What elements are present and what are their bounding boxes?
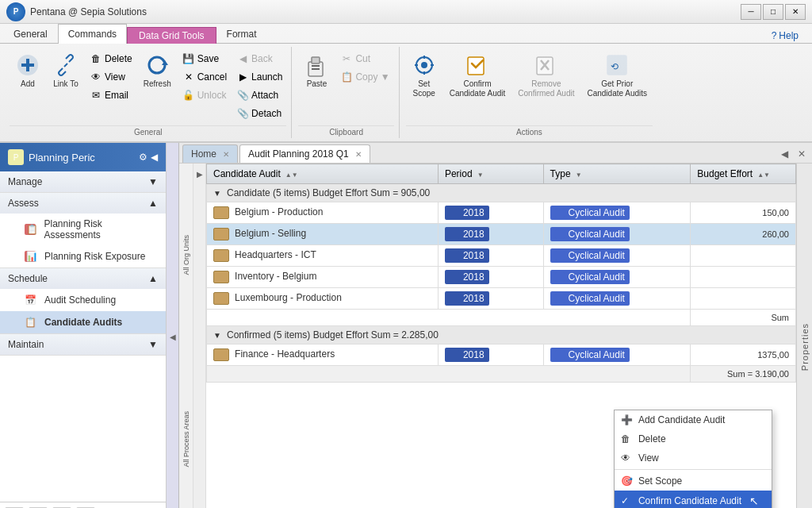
type-badge: Cyclical Audit: [550, 206, 630, 220]
table-row[interactable]: Inventory - Belgium 2018: [207, 267, 796, 288]
period-sort-icon: ▼: [477, 171, 484, 179]
audit-planning-tab-close[interactable]: ✕: [355, 150, 362, 159]
sidebar-item-planning-risk-assessments[interactable]: 📋 Planning Risk Assessments: [0, 214, 166, 245]
col-type[interactable]: Type ▼: [543, 164, 691, 184]
sidebar-collapse-icon[interactable]: ◀: [151, 152, 158, 163]
manage-section-header[interactable]: Manage ▼: [0, 171, 166, 192]
row-budget: [691, 267, 796, 288]
audit-scheduling-icon: 📅: [22, 294, 38, 306]
toggle-icon: ◀: [170, 333, 176, 341]
view-label: View: [105, 71, 125, 83]
minimize-button[interactable]: ─: [741, 4, 761, 20]
sidebar-settings-icon[interactable]: ⚙: [139, 152, 147, 163]
schedule-section-header[interactable]: Schedule ▲: [0, 268, 166, 289]
all-process-areas-label: All Process Areas: [179, 348, 193, 509]
budget-sort-icon: ▲▼: [757, 171, 770, 179]
back-button[interactable]: ◀ Back: [232, 50, 286, 67]
group-row-confirmed[interactable]: ▼ Confirmed (5 items) Budget Effort Sum …: [207, 326, 796, 344]
grid-table: Candidate Audit ▲▼ Period ▼ Type ▼: [206, 164, 796, 383]
group-row-candidate[interactable]: ▼ Candidate (5 items) Budget Effort Sum …: [207, 184, 796, 202]
col-period[interactable]: Period ▼: [438, 164, 543, 184]
tab-close-all[interactable]: ✕: [795, 148, 809, 160]
ctx-add-candidate-audit[interactable]: ➕ Add Candidate Audit: [615, 410, 772, 429]
row-audit-icon: [213, 249, 229, 262]
tab-audit-planning[interactable]: Audit Planning 2018 Q1 ✕: [239, 144, 370, 163]
refresh-label: Refresh: [144, 79, 171, 89]
row-expand-panel[interactable]: ▶: [193, 164, 206, 508]
table-row[interactable]: Headquarters - ICT 2018: [207, 245, 796, 267]
total-sum-value: Sum = 3.190,00: [691, 366, 796, 383]
ctx-view[interactable]: 👁 View: [615, 448, 772, 468]
table-row[interactable]: Luxembourg - Production 2018: [207, 288, 796, 310]
group-collapse-icon[interactable]: ▼: [213, 331, 221, 340]
ribbon-tabs: General Commands Data Grid Tools Format …: [0, 24, 812, 44]
svg-point-10: [421, 62, 427, 68]
sidebar-item-candidate-audits[interactable]: 📋 Candidate Audits: [0, 311, 166, 333]
period-badge: 2018: [445, 227, 489, 241]
ribbon-group-actions: SetScope ConfirmCandidate Audit RemoveCo…: [401, 47, 657, 138]
launch-button[interactable]: ▶ Launch: [232, 68, 286, 86]
tab-scroll-left[interactable]: ◀: [778, 148, 791, 160]
home-tab-close[interactable]: ✕: [223, 150, 229, 159]
sidebar-toggle[interactable]: ◀: [167, 143, 179, 508]
maximize-button[interactable]: □: [763, 4, 783, 20]
ctx-confirm-candidate-audit[interactable]: ✓ Confirm Candidate Audit ↖: [615, 491, 772, 508]
copy-button[interactable]: 📋 Copy ▼: [336, 68, 393, 86]
row-period: 2018: [438, 267, 543, 288]
get-prior-button[interactable]: ⟲ Get PriorCandidate Audits: [581, 48, 653, 102]
tab-home[interactable]: Home ✕: [182, 144, 238, 163]
tab-format[interactable]: Format: [216, 24, 267, 44]
save-button[interactable]: 💾 Save: [178, 50, 231, 67]
table-row[interactable]: Finance - Headquarters 2018: [207, 344, 796, 366]
link-to-button[interactable]: Link To: [48, 48, 84, 93]
row-audit-icon: [213, 348, 229, 361]
confirm-icon: [465, 52, 490, 78]
email-button[interactable]: ✉ Email: [86, 87, 136, 104]
sidebar-item-planning-risk-exposure[interactable]: 📊 Planning Risk Exposure: [0, 245, 166, 267]
confirm-candidate-audit-button[interactable]: ConfirmCandidate Audit: [444, 48, 511, 102]
refresh-button[interactable]: Refresh: [138, 48, 177, 93]
help-icon: ?: [772, 30, 777, 41]
help-button[interactable]: ? Help: [764, 27, 806, 44]
row-budget: 260,00: [691, 224, 796, 245]
add-button[interactable]: Add: [10, 48, 46, 93]
cancel-button[interactable]: ✕ Cancel: [178, 68, 231, 86]
remove-confirmed-audit-button[interactable]: RemoveConfirmed Audit: [512, 48, 580, 102]
paste-button[interactable]: Paste: [298, 48, 335, 93]
view-icon: 👁: [90, 71, 102, 83]
table-row[interactable]: Belgium - Selling 2018: [207, 224, 796, 245]
properties-panel[interactable]: Properties: [796, 164, 812, 508]
group-collapse-icon[interactable]: ▼: [213, 189, 221, 198]
maintain-section-header[interactable]: Maintain ▼: [0, 334, 166, 355]
tab-commands[interactable]: Commands: [58, 24, 127, 44]
cut-button[interactable]: ✂ Cut: [336, 50, 393, 67]
row-candidate-audit: Belgium - Selling: [207, 224, 439, 245]
delete-button[interactable]: 🗑 Delete: [86, 50, 136, 67]
tab-datagridtools[interactable]: Data Grid Tools: [127, 27, 216, 44]
link-to-label: Link To: [53, 79, 79, 89]
set-scope-button[interactable]: SetScope: [406, 48, 442, 102]
sidebar-item-audit-scheduling[interactable]: 📅 Audit Scheduling: [0, 289, 166, 311]
assess-section-header[interactable]: Assess ▲: [0, 193, 166, 214]
detach-button[interactable]: 📎 Detach: [232, 105, 286, 122]
view-button[interactable]: 👁 View: [86, 68, 136, 86]
remove-label: RemoveConfirmed Audit: [518, 79, 574, 98]
ctx-set-scope[interactable]: 🎯 Set Scope: [615, 471, 772, 491]
table-row[interactable]: Belgium - Production 2018: [207, 202, 796, 224]
row-period: 2018: [438, 288, 543, 310]
grid-header-row: Candidate Audit ▲▼ Period ▼ Type ▼: [207, 164, 796, 184]
ribbon-content: Add Link To 🗑 Delete 👁 View: [0, 44, 812, 141]
unlock-button[interactable]: 🔓 Unlock: [178, 87, 231, 104]
delete-icon: 🗑: [90, 52, 102, 65]
row-type: Cyclical Audit: [543, 245, 691, 267]
title-bar-left: P Pentana @ Sepia Solutions: [6, 2, 147, 21]
maintain-chevron: ▼: [148, 339, 158, 350]
col-candidate-audit[interactable]: Candidate Audit ▲▼: [207, 164, 439, 184]
attach-button[interactable]: 📎 Attach: [232, 87, 286, 104]
general-buttons: Add Link To 🗑 Delete 👁 View: [10, 48, 286, 122]
type-badge: Cyclical Audit: [550, 227, 630, 241]
col-budget-effort[interactable]: Budget Effort ▲▼: [691, 164, 796, 184]
close-button[interactable]: ✕: [785, 4, 806, 20]
tab-general[interactable]: General: [3, 24, 58, 44]
ctx-delete[interactable]: 🗑 Delete: [615, 429, 772, 448]
